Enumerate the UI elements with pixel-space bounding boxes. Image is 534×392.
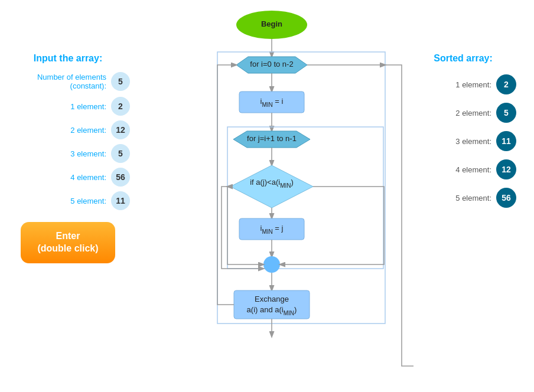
element-row-2: 2 element: 12 [6,120,130,139]
svg-point-22 [263,256,280,273]
sorted-value-3: 11 [496,131,516,151]
flowchart: Begin for i=0 to n-2 iMIN = i for j=i+1 … [130,0,413,392]
element-label-4: 4 element: [70,173,106,182]
element-row-3: 3 element: 5 [6,144,130,163]
sorted-row-2: 2 element: 5 [410,103,516,123]
sorted-row-1: 1 element: 2 [410,74,516,94]
sorted-label-5: 5 element: [455,194,491,202]
element-value-3[interactable]: 5 [111,144,130,163]
right-panel: Sorted array: 1 element: 2 2 element: 5 … [410,53,516,216]
element-label-2: 2 element: [70,126,106,135]
enter-button[interactable]: Enter(double click) [21,222,115,263]
sorted-value-2: 5 [496,103,516,123]
sorted-value-4: 12 [496,159,516,179]
svg-text:for i=0 to n-2: for i=0 to n-2 [250,60,293,68]
sorted-value-5: 56 [496,188,516,208]
element-value-2[interactable]: 12 [111,120,130,139]
sorted-label-3: 3 element: [455,137,491,146]
element-value-4[interactable]: 56 [111,168,130,187]
svg-rect-13 [227,127,383,269]
sorted-label-2: 2 element: [455,109,491,117]
input-title: Input the array: [6,53,130,64]
sorted-value-1: 2 [496,74,516,94]
num-elements-row: Number of elements(constant): 5 [6,72,130,91]
element-value-1[interactable]: 2 [111,97,130,116]
sorted-label-4: 4 element: [455,165,491,174]
num-elements-label: Number of elements(constant): [37,73,106,90]
element-value-5[interactable]: 11 [111,191,130,210]
element-row-1: 1 element: 2 [6,97,130,116]
element-label-1: 1 element: [70,102,106,111]
sorted-row-5: 5 element: 56 [410,188,516,208]
sorted-label-1: 1 element: [455,80,491,89]
sorted-row-3: 3 element: 11 [410,131,516,151]
element-label-3: 3 element: [70,149,106,158]
num-elements-value[interactable]: 5 [111,72,130,91]
sorted-title: Sorted array: [410,53,516,64]
svg-text:for j=i+1 to n-1: for j=i+1 to n-1 [247,134,297,143]
element-label-5: 5 element: [70,197,106,205]
sorted-row-4: 4 element: 12 [410,159,516,179]
svg-text:Begin: Begin [261,19,282,28]
left-panel: Input the array: Number of elements(cons… [6,53,130,263]
svg-text:Exchange: Exchange [255,295,289,303]
element-row-5: 5 element: 11 [6,191,130,210]
element-row-4: 4 element: 56 [6,168,130,187]
